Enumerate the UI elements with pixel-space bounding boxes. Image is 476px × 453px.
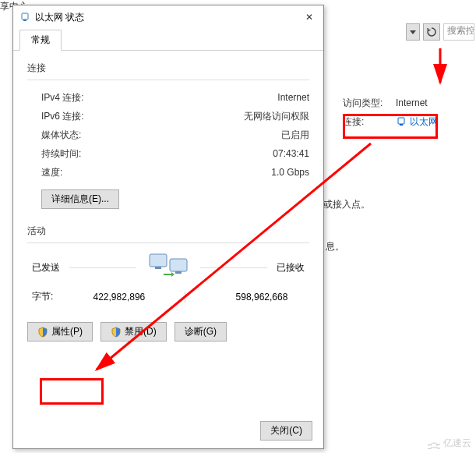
access-type-value: Internet	[396, 97, 428, 108]
dialog-title: 以太网 状态	[35, 11, 84, 24]
divider	[27, 242, 309, 243]
shield-icon	[37, 327, 48, 338]
svg-rect-1	[400, 124, 403, 126]
ethernet-status-dialog: 以太网 状态 ✕ 常规 连接 IPv4 连接:Internet IPv6 连接:…	[12, 5, 324, 449]
bg-text-fragment-1: 或接入点。	[323, 198, 370, 211]
diagnose-button[interactable]: 诊断(G)	[175, 322, 227, 342]
properties-button[interactable]: 属性(P)	[27, 322, 93, 342]
svg-rect-5	[170, 259, 187, 271]
dialog-titlebar[interactable]: 以太网 状态 ✕	[13, 5, 323, 29]
view-dropdown[interactable]	[406, 23, 420, 41]
annotation-highlight-properties	[40, 378, 104, 405]
shield-icon	[111, 327, 122, 338]
bg-text-fragment-2: 息。	[326, 240, 344, 253]
media-state-value: 已启用	[281, 129, 309, 142]
ipv4-label: IPv4 连接:	[41, 91, 84, 104]
disable-button[interactable]: 禁用(D)	[100, 322, 167, 342]
svg-rect-2	[22, 13, 28, 19]
watermark: 亿速云	[428, 437, 471, 450]
close-icon: ✕	[305, 12, 313, 23]
sent-bytes-value: 422,982,896	[76, 292, 162, 303]
ipv6-value: 无网络访问权限	[244, 110, 309, 123]
duration-value: 07:43:41	[273, 148, 309, 159]
svg-rect-4	[150, 254, 167, 267]
search-input[interactable]: 搜索控	[443, 23, 474, 41]
speed-label: 速度:	[41, 166, 62, 179]
diagnose-button-label: 诊断(G)	[185, 325, 217, 338]
ethernet-icon	[19, 12, 30, 23]
refresh-button[interactable]	[423, 23, 440, 41]
disable-button-label: 禁用(D)	[125, 325, 157, 338]
media-state-label: 媒体状态:	[41, 129, 81, 142]
received-bytes-value: 598,962,668	[219, 292, 305, 303]
divider	[27, 80, 309, 80]
ipv6-label: IPv6 连接:	[41, 110, 84, 123]
received-label: 已接收	[277, 261, 305, 274]
close-dialog-button[interactable]: 关闭(C)	[260, 421, 312, 441]
duration-label: 持续时间:	[41, 147, 81, 161]
connection-label: 连接:	[343, 115, 396, 129]
ethernet-link-label: 以太网	[410, 115, 438, 129]
speed-value: 1.0 Gbps	[271, 167, 309, 178]
properties-button-label: 属性(P)	[51, 325, 83, 338]
activity-computers-icon	[146, 251, 191, 284]
ethernet-icon	[396, 116, 407, 127]
svg-rect-3	[23, 19, 26, 21]
connection-section-header: 连接	[27, 62, 309, 75]
close-button[interactable]: ✕	[300, 9, 319, 26]
details-button[interactable]: 详细信息(E)...	[41, 189, 119, 209]
ethernet-link[interactable]: 以太网	[396, 115, 438, 129]
svg-rect-7	[175, 271, 182, 274]
activity-section-header: 活动	[27, 225, 309, 238]
sent-label: 已发送	[32, 261, 60, 274]
svg-rect-0	[398, 118, 404, 124]
svg-rect-6	[155, 267, 161, 269]
bytes-label: 字节:	[32, 290, 53, 303]
ipv4-value: Internet	[277, 92, 309, 103]
tab-general[interactable]: 常规	[19, 30, 62, 51]
access-type-label: 访问类型:	[343, 97, 396, 110]
